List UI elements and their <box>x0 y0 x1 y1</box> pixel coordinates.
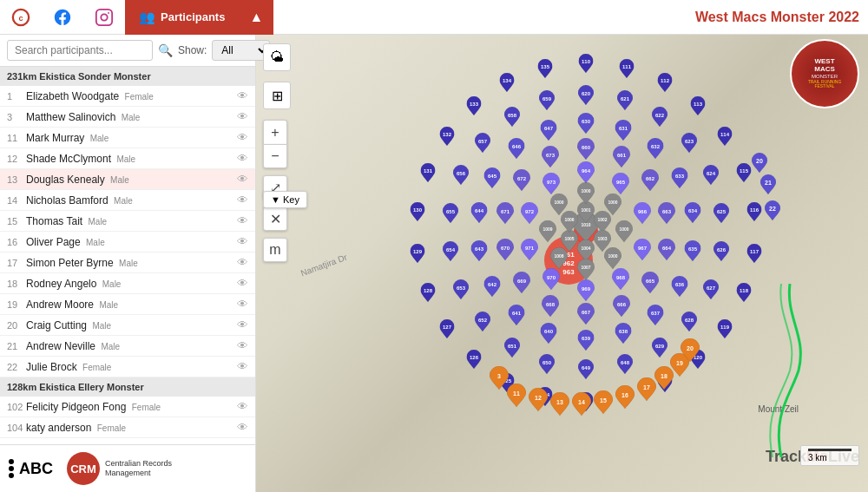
instagram-icon[interactable] <box>83 0 125 35</box>
participants-label: Participants <box>161 10 225 23</box>
participant-list: 231km Ekistica Sonder Monster 1 Elizabet… <box>0 67 255 444</box>
section-128km-header: 128km Ekistica Ellery Monster <box>0 377 255 397</box>
key-button[interactable]: ▼ Key <box>263 191 307 208</box>
map-controls: 🌤 ⊞ + − ⤢ <box>263 43 291 262</box>
participants-128km: 102 Felicity Pidgeon Fong Female 👁 104 k… <box>0 397 255 444</box>
table-row[interactable]: 15 Thomas Tait Male 👁 <box>0 211 255 232</box>
abc-logo: ABC <box>9 459 53 478</box>
center-pins: 961 962 963 <box>544 236 593 285</box>
topbar: c 👥 Participants ▲ West Macs Monster 202… <box>0 0 868 35</box>
crm-full-name: Centralian Records Management <box>105 459 174 478</box>
abc-dots <box>9 459 14 478</box>
key-label: ▼ Key <box>271 194 299 205</box>
measure-button[interactable]: m <box>263 238 287 262</box>
weather-icon: 🌤 <box>270 49 284 65</box>
svg-point-3 <box>101 14 107 20</box>
reset-button[interactable]: ✕ <box>263 207 287 231</box>
eye-icon[interactable]: 👁 <box>237 235 248 248</box>
participants-button[interactable]: 👥 Participants <box>125 0 239 35</box>
section-header-text: 231km Ekistica Sonder Monster <box>7 71 151 82</box>
search-bar: 🔍 Show: All Active ⊞ <box>0 35 255 67</box>
eye-icon[interactable]: 👁 <box>237 421 248 434</box>
table-row[interactable]: 19 Andrew Moore Male 👁 <box>0 294 255 315</box>
crm-logo: CRM Centralian Records Management <box>67 452 174 485</box>
section-header-text: 128km Ekistica Ellery Monster <box>7 382 144 392</box>
bottom-bar: ABC CRM Centralian Records Management <box>0 444 255 492</box>
eye-icon[interactable]: 👁 <box>237 194 248 207</box>
abc-text: ABC <box>19 460 53 478</box>
table-row[interactable]: 22 Julie Brock Female 👁 <box>0 357 255 377</box>
show-select[interactable]: All Active <box>212 40 270 61</box>
layers-button[interactable]: ⊞ <box>263 82 291 109</box>
participants-231km: 1 Elizabeth Woodgate Female 👁 3 Matthew … <box>0 86 255 377</box>
criticaltracking-icon[interactable]: c <box>0 0 42 35</box>
table-row[interactable]: 16 Oliver Page Male 👁 <box>0 232 255 253</box>
eye-icon[interactable]: 👁 <box>237 360 248 373</box>
zoom-in-icon: + <box>271 125 279 141</box>
eye-icon[interactable]: 👁 <box>237 298 248 311</box>
weather-button[interactable]: 🌤 <box>263 43 291 71</box>
eye-icon[interactable]: 👁 <box>237 89 248 102</box>
eye-icon[interactable]: 👁 <box>237 110 248 123</box>
eye-icon[interactable]: 👁 <box>237 152 248 165</box>
table-row[interactable]: 1 Elizabeth Woodgate Female 👁 <box>0 86 255 107</box>
search-input[interactable] <box>7 40 153 61</box>
svg-text:963: 963 <box>562 268 575 276</box>
table-row[interactable]: 12 Shade McClymont Male 👁 <box>0 148 255 169</box>
zoom-controls: + − <box>263 120 291 168</box>
eye-icon[interactable]: 👁 <box>237 256 248 269</box>
topbar-right: West Macs Monster 2022 <box>273 10 868 25</box>
show-label: Show: <box>178 44 207 56</box>
table-row[interactable]: 18 Rodney Angelo Male 👁 <box>0 273 255 294</box>
pin-cluster: 961 962 963 <box>308 52 829 469</box>
measure-icon: m <box>269 242 280 258</box>
zoom-out-icon: − <box>271 148 279 164</box>
table-row[interactable]: 11 Mark Murray Male 👁 <box>0 128 255 148</box>
chevron-up-button[interactable]: ▲ <box>239 0 273 35</box>
svg-text:962: 962 <box>562 259 575 267</box>
eye-icon[interactable]: 👁 <box>237 277 248 290</box>
table-row[interactable]: 13 Douglas Kenealy Male 👁 <box>0 169 255 190</box>
svg-rect-2 <box>96 9 112 24</box>
eye-icon[interactable]: 👁 <box>237 318 248 331</box>
table-row[interactable]: 104 katy anderson Female 👁 <box>0 417 255 438</box>
eye-icon[interactable]: 👁 <box>237 214 248 227</box>
table-row[interactable]: 20 Craig Cutting Male 👁 <box>0 315 255 336</box>
eye-icon[interactable]: 👁 <box>237 131 248 144</box>
svg-text:961: 961 <box>562 251 575 259</box>
svg-point-4 <box>108 12 109 14</box>
map-area[interactable]: 🌤 ⊞ + − ⤢ <box>256 35 868 492</box>
reset-icon: ✕ <box>270 211 281 227</box>
participants-icon: 👥 <box>139 10 155 25</box>
facebook-icon[interactable] <box>42 0 83 35</box>
crm-abbrev: CRM <box>70 462 96 476</box>
main-content: 🔍 Show: All Active ⊞ 231km Ekistica Sond… <box>0 35 868 492</box>
table-row[interactable]: 3 Matthew Salinovich Male 👁 <box>0 107 255 128</box>
table-row[interactable]: 17 Simon Peter Byrne Male 👁 <box>0 253 255 273</box>
eye-icon[interactable]: 👁 <box>237 339 248 352</box>
svg-text:c: c <box>18 13 23 22</box>
chevron-icon: ▲ <box>250 10 264 25</box>
zoom-in-button[interactable]: + <box>263 120 287 144</box>
event-title: West Macs Monster 2022 <box>695 10 859 25</box>
search-button[interactable]: 🔍 <box>158 43 173 57</box>
zoom-out-button[interactable]: − <box>263 144 287 168</box>
table-row[interactable]: 21 Andrew Neville Male 👁 <box>0 336 255 357</box>
table-row[interactable]: 111 Amy Stockwell Female 👁 <box>0 438 255 444</box>
layers-icon: ⊞ <box>272 88 283 104</box>
app: c 👥 Participants ▲ West Macs Monster 202… <box>0 0 868 492</box>
sidebar: 🔍 Show: All Active ⊞ 231km Ekistica Sond… <box>0 35 256 492</box>
table-row[interactable]: 14 Nicholas Bamford Male 👁 <box>0 190 255 211</box>
crm-circle: CRM <box>67 452 100 485</box>
eye-icon[interactable]: 👁 <box>237 400 248 413</box>
section-231km-header: 231km Ekistica Sonder Monster <box>0 67 255 86</box>
eye-icon[interactable]: 👁 <box>237 173 248 186</box>
table-row[interactable]: 102 Felicity Pidgeon Fong Female 👁 <box>0 397 255 417</box>
